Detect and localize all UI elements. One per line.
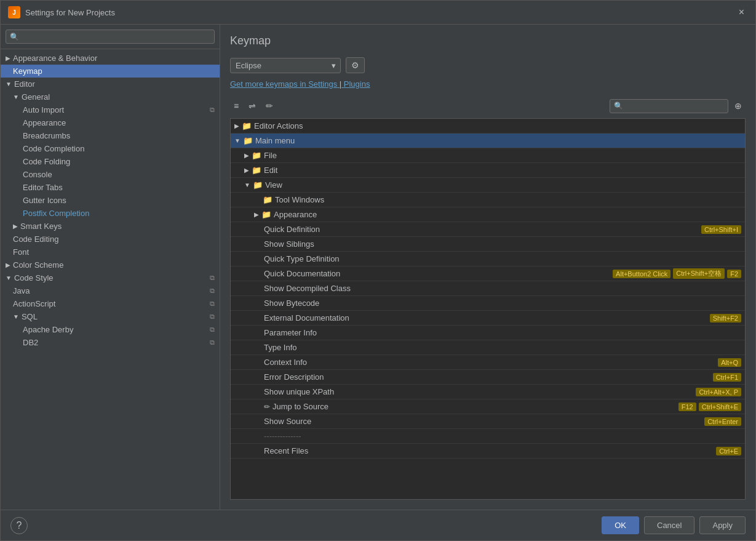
search-wrap[interactable]: 🔍 bbox=[6, 30, 215, 44]
keymap-tree: ▶ 📁 Editor Actions ▼ 📁 Main menu ▶ 📁 Fil… bbox=[230, 118, 746, 500]
kt-show-source[interactable]: Show Source Ctrl+Enter bbox=[231, 414, 745, 429]
kt-quick-documentation[interactable]: Quick Documentation Alt+Button2 Click Ct… bbox=[231, 266, 745, 281]
sidebar-item-label: Java bbox=[13, 286, 30, 295]
search-input[interactable] bbox=[22, 32, 210, 41]
settings-dialog: J Settings for New Projects × 🔍 ▶ Appear… bbox=[0, 0, 756, 541]
kt-jump-to-source[interactable]: ✏ Jump to Source F12 Ctrl+Shift+E bbox=[231, 399, 745, 414]
shortcut-badge: Alt+Q bbox=[718, 358, 741, 367]
kt-tool-windows[interactable]: 📁 Tool Windows bbox=[231, 193, 745, 207]
sidebar-item-actionscript[interactable]: ActionScript ⧉ bbox=[1, 297, 220, 310]
close-button[interactable]: × bbox=[735, 6, 748, 19]
edit-button[interactable]: ✏ bbox=[262, 98, 277, 113]
copy-icon: ⧉ bbox=[210, 274, 215, 282]
shortcut-badge: Ctrl+Shift+I bbox=[701, 225, 741, 234]
copy-icon: ⧉ bbox=[210, 106, 215, 114]
toolbar-search-wrap[interactable]: 🔍 bbox=[610, 99, 728, 113]
toolbar-search-input[interactable] bbox=[626, 102, 724, 111]
kt-parameter-info[interactable]: Parameter Info bbox=[231, 326, 745, 340]
sidebar-item-editor-tabs[interactable]: Editor Tabs bbox=[1, 181, 220, 194]
kt-show-decompiled-class[interactable]: Show Decompiled Class bbox=[231, 281, 745, 296]
sidebar-item-label: Appearance bbox=[23, 118, 66, 127]
sidebar-item-gutter-icons[interactable]: Gutter Icons bbox=[1, 194, 220, 207]
sidebar-item-appearance-behavior[interactable]: ▶ Appearance & Behavior bbox=[1, 52, 220, 65]
gear-button[interactable]: ⚙ bbox=[346, 57, 365, 73]
plugins-link[interactable]: Plugins bbox=[344, 79, 370, 89]
kt-show-siblings[interactable]: Show Siblings bbox=[231, 237, 745, 252]
arrow-icon: ▼ bbox=[13, 313, 19, 320]
settings-link[interactable]: Settings bbox=[308, 79, 337, 89]
find-button[interactable]: ⊕ bbox=[731, 98, 746, 113]
right-panel: Keymap Eclipse ⚙ Get more keymaps in Set… bbox=[220, 25, 755, 510]
kt-main-menu[interactable]: ▼ 📁 Main menu bbox=[231, 134, 745, 148]
kt-quick-definition[interactable]: Quick Definition Ctrl+Shift+I bbox=[231, 222, 745, 237]
ok-button[interactable]: OK bbox=[602, 516, 639, 534]
kt-label: Appearance bbox=[274, 210, 741, 219]
kt-edit[interactable]: ▶ 📁 Edit bbox=[231, 163, 745, 178]
arrow-icon: ▶ bbox=[234, 122, 239, 129]
shortcut-badge: F12 bbox=[678, 403, 696, 411]
sidebar-item-appearance[interactable]: Appearance bbox=[1, 116, 220, 129]
kt-view[interactable]: ▼ 📁 View bbox=[231, 178, 745, 193]
keymap-link-get-more[interactable]: Get more keymaps in Settings | Plugins bbox=[230, 79, 370, 89]
sidebar-item-label: Font bbox=[13, 247, 29, 257]
arrow-icon: ▶ bbox=[244, 152, 249, 159]
shortcut-badge: Ctrl+Alt+X, P bbox=[696, 388, 741, 396]
shortcut-badge: Ctrl+Enter bbox=[704, 417, 741, 426]
arrow-icon: ▶ bbox=[13, 223, 18, 230]
arrow-icon: ▼ bbox=[6, 275, 12, 281]
sidebar-item-label: Appearance & Behavior bbox=[13, 54, 97, 63]
kt-file[interactable]: ▶ 📁 File bbox=[231, 148, 745, 163]
sidebar-item-smart-keys[interactable]: ▶ Smart Keys bbox=[1, 220, 220, 233]
cancel-button[interactable]: Cancel bbox=[644, 516, 694, 534]
folder-icon: 📁 bbox=[261, 210, 271, 219]
title-bar-left: J Settings for New Projects bbox=[8, 6, 115, 18]
kt-quick-type-definition[interactable]: Quick Type Definition bbox=[231, 252, 745, 266]
arrow-icon: ▼ bbox=[6, 81, 12, 87]
sidebar-item-auto-import[interactable]: Auto Import ⧉ bbox=[1, 103, 220, 116]
kt-external-documentation[interactable]: External Documentation Shift+F2 bbox=[231, 311, 745, 326]
sidebar-item-label: ActionScript bbox=[13, 299, 55, 308]
arrow-icon: ▶ bbox=[254, 211, 259, 218]
sidebar-item-db2[interactable]: DB2 ⧉ bbox=[1, 336, 220, 349]
kt-show-unique-xpath[interactable]: Show unique XPath Ctrl+Alt+X, P bbox=[231, 385, 745, 399]
panel-title: Keymap bbox=[230, 34, 746, 47]
sidebar-item-code-style[interactable]: ▼ Code Style ⧉ bbox=[1, 271, 220, 284]
sidebar-item-sql[interactable]: ▼ SQL ⧉ bbox=[1, 310, 220, 323]
collapse-all-button[interactable]: ≡ bbox=[230, 98, 242, 113]
keymap-select-wrap[interactable]: Eclipse bbox=[230, 58, 341, 73]
kt-type-info[interactable]: Type Info bbox=[231, 340, 745, 355]
sidebar-item-keymap[interactable]: Keymap bbox=[1, 65, 220, 78]
help-button[interactable]: ? bbox=[10, 517, 28, 534]
sidebar-item-editor[interactable]: ▼ Editor bbox=[1, 78, 220, 90]
kt-error-description[interactable]: Error Description Ctrl+F1 bbox=[231, 370, 745, 385]
expand-all-button[interactable]: ⇌ bbox=[245, 98, 260, 113]
kt-appearance[interactable]: ▶ 📁 Appearance bbox=[231, 207, 745, 222]
kt-editor-actions[interactable]: ▶ 📁 Editor Actions bbox=[231, 119, 745, 134]
kt-label: Error Description bbox=[264, 372, 713, 382]
sidebar-item-java[interactable]: Java ⧉ bbox=[1, 284, 220, 297]
kt-label: Show Source bbox=[264, 417, 704, 426]
sidebar-item-code-completion[interactable]: Code Completion bbox=[1, 142, 220, 155]
sidebar-item-font[interactable]: Font bbox=[1, 246, 220, 258]
sidebar-item-code-folding[interactable]: Code Folding bbox=[1, 155, 220, 168]
kt-show-bytecode[interactable]: Show Bytecode bbox=[231, 296, 745, 311]
shortcuts-wrap: F12 Ctrl+Shift+E bbox=[678, 403, 741, 411]
sidebar-item-postfix-completion[interactable]: Postfix Completion bbox=[1, 207, 220, 220]
kt-context-info[interactable]: Context Info Alt+Q bbox=[231, 355, 745, 370]
kt-label: Context Info bbox=[264, 358, 718, 367]
sidebar-item-console[interactable]: Console bbox=[1, 168, 220, 181]
keymap-select[interactable]: Eclipse bbox=[230, 58, 341, 73]
dialog-title: Settings for New Projects bbox=[25, 8, 115, 17]
kt-label: Quick Documentation bbox=[264, 269, 613, 278]
sidebar-item-breadcrumbs[interactable]: Breadcrumbs bbox=[1, 129, 220, 142]
kt-label: Main menu bbox=[255, 136, 741, 145]
shortcuts-wrap: Alt+Q bbox=[718, 358, 741, 367]
apply-button[interactable]: Apply bbox=[699, 516, 746, 534]
kt-recent-files[interactable]: Recent Files Ctrl+E bbox=[231, 444, 745, 459]
sidebar-item-apache-derby[interactable]: Apache Derby ⧉ bbox=[1, 323, 220, 336]
kt-label: Show Decompiled Class bbox=[264, 284, 741, 293]
sidebar-item-color-scheme[interactable]: ▶ Color Scheme bbox=[1, 258, 220, 271]
keymap-header: Eclipse ⚙ bbox=[230, 57, 746, 73]
sidebar-item-general[interactable]: ▼ General bbox=[1, 90, 220, 103]
sidebar-item-code-editing[interactable]: Code Editing bbox=[1, 233, 220, 246]
